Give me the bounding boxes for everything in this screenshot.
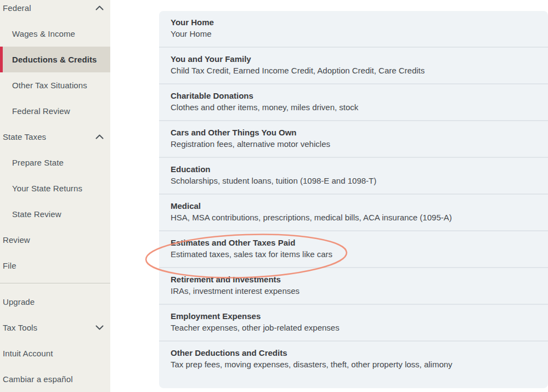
category-title: Other Deductions and Credits	[171, 347, 537, 359]
sidebar-divider	[0, 283, 110, 283]
chevron-down-icon	[95, 325, 104, 330]
sidebar-item-federal[interactable]: Federal	[0, 0, 110, 21]
category-row-employment-expenses[interactable]: Employment Expenses Teacher expenses, ot…	[159, 305, 548, 342]
category-subtitle: Estimated taxes, sales tax for items lik…	[171, 248, 537, 260]
chevron-up-icon	[95, 134, 104, 139]
sidebar-item-label: Intuit Account	[3, 349, 53, 358]
chevron-up-icon	[95, 5, 104, 10]
category-title: Education	[171, 163, 537, 175]
category-subtitle: Tax prep fees, moving expenses, disaster…	[171, 359, 537, 371]
category-title: Medical	[171, 200, 537, 212]
sidebar-item-cambiar-espanol[interactable]: Cambiar a español	[0, 366, 110, 392]
category-subtitle: Teacher expenses, other job-related expe…	[171, 322, 537, 334]
sidebar-item-label: Federal	[3, 3, 31, 13]
sidebar-item-intuit-account[interactable]: Intuit Account	[0, 340, 110, 366]
sidebar-item-label: Prepare State	[12, 158, 64, 167]
sidebar-nav: Federal Wages & Income Deductions & Cred…	[0, 0, 110, 392]
category-row-cars-and-other-things[interactable]: Cars and Other Things You Own Registrati…	[159, 121, 548, 158]
sidebar-item-review[interactable]: Review	[0, 227, 110, 253]
category-row-your-home[interactable]: Your Home Your Home	[159, 11, 548, 48]
category-row-retirement-and-investments[interactable]: Retirement and Investments IRAs, investm…	[159, 268, 548, 305]
category-title: Your Home	[171, 16, 537, 28]
category-row-estimates-and-other-taxes-paid[interactable]: Estimates and Other Taxes Paid Estimated…	[159, 231, 548, 268]
sidebar-item-label: Cambiar a español	[3, 374, 73, 384]
category-title: Estimates and Other Taxes Paid	[171, 237, 537, 248]
category-title: Cars and Other Things You Own	[171, 127, 537, 138]
sidebar-item-label: Tax Tools	[3, 323, 37, 332]
sidebar-item-tax-tools[interactable]: Tax Tools	[0, 315, 110, 340]
category-row-charitable-donations[interactable]: Charitable Donations Clothes and other i…	[159, 84, 548, 121]
sidebar-item-state-review[interactable]: State Review	[0, 201, 110, 227]
sidebar-item-label: Wages & Income	[12, 29, 75, 38]
category-subtitle: Clothes and other items, money, miles dr…	[171, 101, 537, 113]
sidebar-item-file[interactable]: File	[0, 253, 110, 279]
category-row-medical[interactable]: Medical HSA, MSA contributions, prescrip…	[159, 195, 548, 231]
sidebar-item-deductions-credits[interactable]: Deductions & Credits	[0, 47, 110, 72]
category-title: Retirement and Investments	[171, 274, 537, 285]
category-title: Employment Expenses	[171, 310, 537, 322]
sidebar-item-label: State Review	[12, 209, 61, 219]
category-subtitle: Child Tax Credit, Earned Income Credit, …	[171, 65, 537, 77]
category-subtitle: Your Home	[171, 28, 537, 40]
category-subtitle: Scholarships, student loans, tuition (10…	[171, 175, 537, 187]
sidebar-item-label: Your State Returns	[12, 184, 82, 193]
sidebar-item-label: Other Tax Situations	[12, 81, 87, 90]
sidebar-item-upgrade[interactable]: Upgrade	[0, 289, 110, 315]
category-title: You and Your Family	[171, 53, 537, 65]
sidebar-item-label: Deductions & Credits	[12, 55, 97, 64]
category-subtitle: IRAs, investment interest expenses	[171, 285, 537, 297]
sidebar-item-label: Review	[3, 235, 30, 245]
deductions-category-list: Your Home Your Home You and Your Family …	[159, 11, 548, 388]
category-subtitle: HSA, MSA contributions, prescriptions, m…	[171, 212, 537, 224]
sidebar-item-state-taxes[interactable]: State Taxes	[0, 124, 110, 150]
app-window: { "colors": { "sidebar_bg": "#f0efe9", "…	[0, 0, 548, 392]
category-title: Charitable Donations	[171, 90, 537, 101]
category-row-other-deductions-and-credits[interactable]: Other Deductions and Credits Tax prep fe…	[159, 342, 548, 378]
sidebar-item-prepare-state[interactable]: Prepare State	[0, 150, 110, 175]
sidebar-item-label: Upgrade	[3, 297, 35, 306]
sidebar-item-label: File	[3, 261, 16, 270]
sidebar-item-label: Federal Review	[12, 106, 70, 116]
sidebar-item-federal-review[interactable]: Federal Review	[0, 98, 110, 124]
category-row-education[interactable]: Education Scholarships, student loans, t…	[159, 158, 548, 195]
category-row-you-and-your-family[interactable]: You and Your Family Child Tax Credit, Ea…	[159, 48, 548, 84]
sidebar-item-your-state-returns[interactable]: Your State Returns	[0, 175, 110, 201]
sidebar-list: Federal Wages & Income Deductions & Cred…	[0, 0, 110, 392]
sidebar-item-other-tax-situations[interactable]: Other Tax Situations	[0, 72, 110, 98]
sidebar-item-wages-income[interactable]: Wages & Income	[0, 21, 110, 47]
sidebar-item-label: State Taxes	[3, 132, 46, 141]
category-subtitle: Registration fees, alternative motor veh…	[171, 138, 537, 150]
